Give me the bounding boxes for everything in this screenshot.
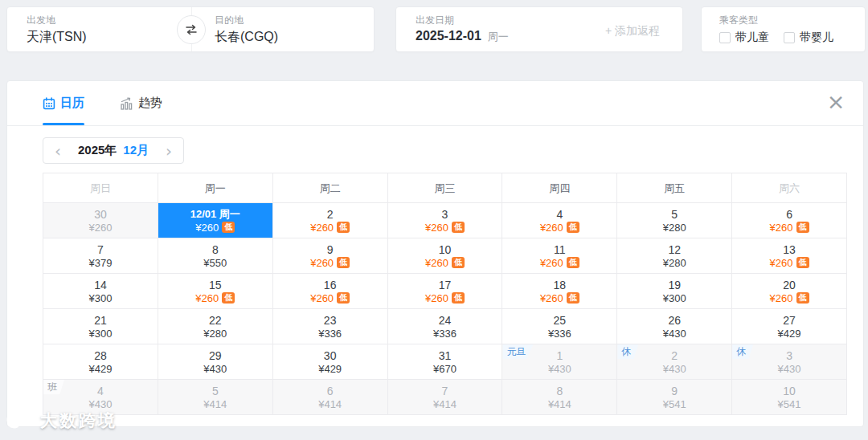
calendar-day-cell[interactable]: 4¥260低 — [502, 203, 617, 238]
calendar-day-cell[interactable]: 31¥670 — [388, 344, 503, 380]
calendar-day-cell[interactable]: 12¥280 — [617, 238, 732, 274]
calendar-day-cell[interactable]: 23¥336 — [273, 309, 388, 344]
price-calendar: 周日周一周二周三周四周五周六 30¥26012/01 周一¥260低2¥260低… — [43, 173, 847, 415]
calendar-day-cell[interactable]: 9¥260低 — [273, 238, 388, 274]
calendar-icon — [43, 97, 55, 110]
price: ¥300 — [663, 292, 686, 304]
depart-date-card: 出发日期 2025-12-01 周一 + 添加返程 — [395, 6, 683, 52]
calendar-day-cell[interactable]: 7¥414 — [388, 380, 503, 415]
low-price-badge: 低 — [337, 222, 350, 233]
low-price-badge: 低 — [567, 292, 579, 304]
calendar-day-cell[interactable]: 11¥260低 — [502, 238, 617, 274]
price: ¥336 — [548, 328, 571, 340]
calendar-day-cell[interactable]: 16¥260低 — [273, 274, 388, 309]
tab-trend[interactable]: 趋势 — [120, 81, 162, 125]
calendar-day-cell[interactable]: 8¥550 — [158, 238, 273, 274]
day-number: 3 — [786, 349, 792, 362]
day-number: 4 — [97, 385, 104, 397]
calendar-day-cell[interactable]: 休3¥430 — [732, 344, 847, 380]
origin-field[interactable]: 出发地 天津(TSN) — [27, 15, 87, 46]
calendar-day-cell[interactable]: 6¥260低 — [732, 203, 847, 238]
day-number: 29 — [209, 349, 222, 362]
calendar-day-cell[interactable]: 休2¥430 — [617, 344, 732, 380]
price: ¥541 — [778, 398, 801, 410]
month-navigator: ‹ 2025年 12月 › — [43, 137, 184, 164]
calendar-day-cell[interactable]: 9¥541 — [617, 380, 732, 415]
calendar-day-cell[interactable]: 3¥260低 — [388, 203, 503, 238]
swap-route-button[interactable] — [177, 15, 206, 44]
calendar-day-cell[interactable]: 24¥336 — [388, 309, 503, 344]
calendar-day-cell[interactable]: 6¥414 — [273, 380, 388, 415]
destination-field[interactable]: 目的地 长春(CGQ) — [215, 15, 278, 46]
destination-value[interactable]: 长春(CGQ) — [215, 29, 278, 46]
low-price-badge: 低 — [337, 257, 350, 268]
calendar-day-cell[interactable]: 2¥260低 — [273, 203, 388, 238]
calendar-day-cell[interactable]: 班4¥430 — [43, 380, 158, 415]
day-number: 14 — [94, 279, 107, 291]
day-number: 21 — [94, 314, 107, 327]
depart-date-value[interactable]: 2025-12-01 — [416, 29, 481, 43]
price: ¥670 — [433, 363, 457, 375]
price: ¥280 — [203, 328, 227, 340]
route-card: 出发地 天津(TSN) 目的地 长春(CGQ) — [6, 6, 375, 52]
low-price-badge: 低 — [222, 222, 235, 233]
close-icon[interactable]: × — [825, 92, 847, 114]
calendar-day-cell[interactable]: 15¥260低 — [158, 274, 273, 309]
with-infant-checkbox[interactable] — [784, 32, 795, 43]
calendar-day-cell[interactable]: 27¥429 — [732, 309, 847, 344]
price: ¥260低 — [540, 292, 579, 304]
day-number: 1 — [556, 349, 563, 362]
day-number: 28 — [94, 349, 107, 362]
calendar-day-cell[interactable]: 22¥280 — [158, 309, 273, 344]
price: ¥260低 — [770, 222, 809, 234]
calendar-day-cell[interactable]: 元旦1¥430 — [502, 344, 617, 380]
price: ¥430 — [88, 398, 112, 410]
low-price-badge: 低 — [796, 222, 809, 233]
weekday-header: 周五 — [617, 173, 732, 203]
calendar-day-cell[interactable]: 30¥429 — [273, 344, 388, 380]
calendar-day-cell[interactable]: 17¥260低 — [388, 274, 503, 309]
price: ¥260低 — [540, 257, 579, 269]
day-number: 19 — [668, 279, 681, 291]
with-infant-option[interactable]: 带婴儿 — [784, 31, 833, 45]
add-return-button[interactable]: + 添加返程 — [605, 24, 660, 39]
day-number: 8 — [212, 243, 219, 256]
calendar-day-cell[interactable]: 19¥300 — [617, 274, 732, 309]
prev-month-icon[interactable]: ‹ — [55, 143, 61, 159]
price: ¥414 — [203, 398, 227, 410]
calendar-day-cell[interactable]: 8¥414 — [502, 380, 617, 415]
calendar-day-cell[interactable]: 20¥260低 — [732, 274, 847, 309]
day-number: 7 — [97, 243, 104, 256]
day-number: 10 — [439, 243, 452, 256]
calendar-day-selected[interactable]: 12/01 周一¥260低 — [158, 203, 273, 238]
calendar-day-cell[interactable]: 18¥260低 — [502, 274, 617, 309]
calendar-day-cell[interactable]: 29¥430 — [158, 344, 273, 380]
price: ¥429 — [88, 363, 112, 375]
calendar-day-cell[interactable]: 7¥379 — [43, 238, 158, 274]
origin-value[interactable]: 天津(TSN) — [27, 29, 87, 46]
depart-date-field[interactable]: 出发日期 2025-12-01 周一 — [416, 15, 509, 44]
with-child-option[interactable]: 带儿童 — [719, 31, 769, 45]
holiday-badge: 元旦 — [502, 344, 533, 359]
next-month-icon[interactable]: › — [166, 143, 172, 159]
calendar-day-cell[interactable]: 13¥260低 — [732, 238, 847, 274]
calendar-day-cell[interactable]: 14¥300 — [43, 274, 158, 309]
price: ¥550 — [203, 257, 227, 269]
low-price-badge: 低 — [567, 222, 579, 233]
price: ¥260低 — [195, 222, 235, 234]
calendar-day-cell[interactable]: 10¥541 — [732, 380, 847, 415]
calendar-day-cell[interactable]: 28¥429 — [43, 344, 158, 380]
calendar-day-cell[interactable]: 5¥280 — [617, 203, 732, 238]
calendar-day-cell[interactable]: 10¥260低 — [388, 238, 503, 274]
tab-calendar-label: 日历 — [60, 96, 84, 111]
with-child-checkbox[interactable] — [719, 32, 731, 43]
calendar-day-cell[interactable]: 25¥336 — [502, 309, 617, 344]
day-number: 26 — [668, 314, 681, 327]
price: ¥260 — [88, 222, 112, 234]
passenger-type-label: 乘客类型 — [719, 15, 833, 25]
calendar-day-cell[interactable]: 21¥300 — [43, 309, 158, 344]
calendar-day-cell[interactable]: 5¥414 — [158, 380, 273, 415]
calendar-day-cell[interactable]: 26¥430 — [617, 309, 732, 344]
tab-calendar[interactable]: 日历 — [43, 81, 84, 125]
calendar-day-cell[interactable]: 30¥260 — [43, 203, 158, 238]
